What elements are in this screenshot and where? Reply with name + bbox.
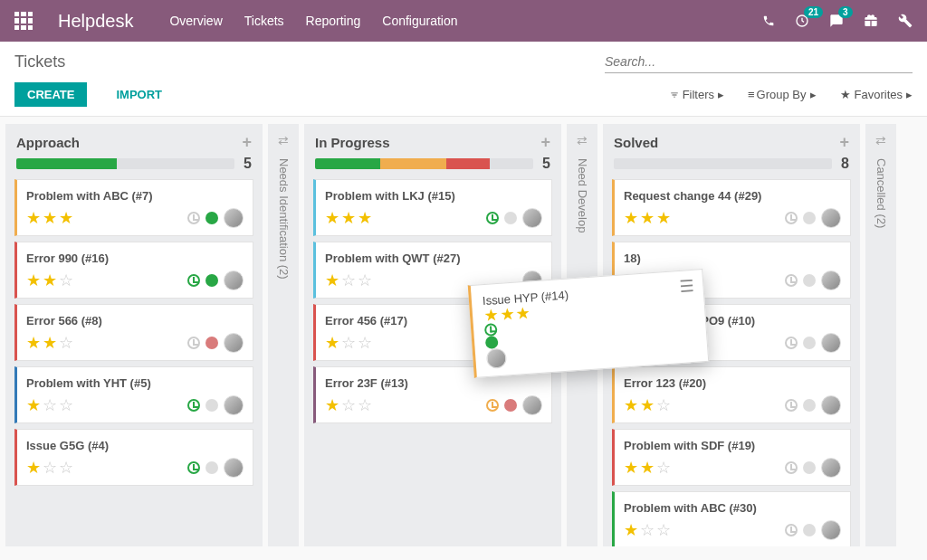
- chat-icon[interactable]: 3: [829, 14, 844, 28]
- kanban-card[interactable]: Error 990 (#16) ★★☆: [14, 242, 253, 299]
- kanban-card[interactable]: Problem with ABC (#30) ★☆☆: [612, 491, 851, 546]
- star-icon[interactable]: ☆: [341, 272, 356, 289]
- apps-icon[interactable]: [14, 12, 33, 30]
- star-icon[interactable]: ★: [624, 397, 638, 413]
- star-icon[interactable]: ★: [640, 460, 655, 476]
- status-dot: [485, 336, 499, 349]
- search-input[interactable]: [605, 54, 913, 69]
- star-icon[interactable]: ★: [656, 210, 671, 226]
- kanban-card[interactable]: Request change 44 (#29) ★★★: [612, 179, 851, 236]
- star-icon[interactable]: ★: [26, 397, 41, 413]
- star-icon[interactable]: ☆: [43, 460, 57, 476]
- star-rating[interactable]: ★★☆: [26, 272, 73, 289]
- clock-icon: [785, 212, 798, 224]
- star-icon[interactable]: ★: [515, 304, 530, 321]
- create-button[interactable]: Create: [14, 82, 87, 107]
- star-icon[interactable]: ☆: [341, 335, 356, 351]
- star-rating[interactable]: ★★☆: [624, 397, 671, 413]
- add-card-button[interactable]: +: [839, 133, 849, 152]
- star-icon[interactable]: ★: [640, 397, 655, 413]
- star-icon[interactable]: ☆: [358, 397, 372, 413]
- star-icon[interactable]: ★: [325, 210, 339, 226]
- clock-icon[interactable]: 21: [795, 14, 809, 28]
- star-rating[interactable]: ★☆☆: [325, 272, 372, 289]
- star-rating[interactable]: ★☆☆: [26, 397, 73, 413]
- star-icon[interactable]: ★: [325, 335, 339, 351]
- star-icon[interactable]: ☆: [656, 460, 671, 476]
- star-icon[interactable]: ★: [325, 272, 339, 289]
- filters-dropdown[interactable]: Filters ▸: [670, 88, 724, 101]
- star-icon[interactable]: ★: [26, 272, 41, 289]
- star-icon[interactable]: ☆: [59, 397, 73, 413]
- tools-icon[interactable]: [898, 14, 913, 28]
- star-rating[interactable]: ★★☆: [26, 335, 73, 351]
- star-rating[interactable]: ★☆☆: [325, 335, 372, 351]
- star-icon[interactable]: ☆: [341, 397, 356, 413]
- star-rating[interactable]: ★★☆: [624, 460, 671, 476]
- status-dot: [205, 399, 218, 412]
- add-card-button[interactable]: +: [242, 133, 252, 152]
- activities-badge: 21: [804, 6, 823, 18]
- star-icon[interactable]: ☆: [43, 397, 57, 413]
- star-icon[interactable]: ★: [341, 210, 356, 226]
- star-rating[interactable]: ★★★: [624, 210, 671, 226]
- star-icon[interactable]: ★: [26, 210, 41, 226]
- nav-reporting[interactable]: Reporting: [306, 14, 361, 28]
- card-title: Error 566 (#8): [26, 314, 244, 327]
- import-button[interactable]: Import: [103, 82, 175, 107]
- clock-icon: [187, 337, 200, 349]
- star-icon[interactable]: ☆: [59, 335, 73, 351]
- messages-badge: 3: [838, 6, 853, 18]
- kanban-card[interactable]: Error 566 (#8) ★★☆: [14, 304, 253, 361]
- star-icon[interactable]: ★: [624, 522, 638, 538]
- gift-icon[interactable]: [864, 14, 878, 28]
- nav-configuration[interactable]: Configuration: [382, 14, 457, 28]
- star-icon[interactable]: ★: [624, 460, 638, 476]
- star-icon[interactable]: ★: [358, 210, 372, 226]
- card-title: Error 23F (#13): [325, 376, 542, 390]
- nav-overview[interactable]: Overview: [169, 14, 222, 28]
- collapsed-column[interactable]: ⇄Needs Identification (2): [268, 124, 299, 546]
- star-rating[interactable]: ★☆☆: [624, 522, 671, 538]
- favorites-dropdown[interactable]: ★ Favorites ▸: [840, 88, 913, 101]
- kanban-card[interactable]: Problem with LKJ (#15) ★★★: [313, 179, 552, 236]
- add-card-button[interactable]: +: [540, 133, 550, 152]
- star-icon[interactable]: ☆: [59, 460, 73, 476]
- star-icon[interactable]: ☆: [59, 272, 73, 289]
- star-rating[interactable]: ★★★: [325, 210, 372, 226]
- star-rating[interactable]: ★☆☆: [26, 460, 73, 476]
- star-icon[interactable]: ☆: [358, 335, 372, 351]
- star-icon[interactable]: ★: [26, 460, 41, 476]
- phone-icon[interactable]: [762, 14, 775, 27]
- star-icon[interactable]: ★: [325, 397, 339, 413]
- star-icon[interactable]: ★: [624, 210, 638, 226]
- star-icon[interactable]: ★: [640, 210, 655, 226]
- groupby-dropdown[interactable]: ≡ Group By ▸: [748, 88, 817, 101]
- star-rating[interactable]: ★☆☆: [325, 397, 372, 413]
- clock-icon: [785, 337, 798, 349]
- card-title: Problem with QWT (#27): [325, 252, 542, 265]
- star-icon[interactable]: ★: [43, 272, 57, 289]
- control-bar: Tickets Create Import Filters ▸ ≡ Group …: [0, 42, 927, 117]
- star-icon[interactable]: ★: [26, 335, 41, 351]
- kanban-card[interactable]: Error 123 (#20) ★★☆: [612, 366, 851, 423]
- dragging-card[interactable]: ☰ Issue HYP (#14) ★★★: [468, 269, 710, 378]
- collapsed-column[interactable]: ⇄Cancelled (2): [865, 124, 896, 546]
- star-icon[interactable]: ★: [43, 210, 57, 226]
- collapsed-label: Cancelled (2): [874, 158, 888, 228]
- search-box[interactable]: [605, 51, 913, 73]
- star-icon[interactable]: ☆: [656, 522, 671, 538]
- star-rating[interactable]: ★★★: [26, 210, 73, 226]
- star-icon[interactable]: ★: [43, 335, 57, 351]
- star-icon[interactable]: ★: [483, 307, 499, 324]
- kanban-card[interactable]: Problem with YHT (#5) ★☆☆: [14, 366, 253, 423]
- star-icon[interactable]: ☆: [656, 397, 671, 413]
- kanban-card[interactable]: Issue G5G (#4) ★☆☆: [14, 429, 253, 486]
- star-icon[interactable]: ☆: [358, 272, 372, 289]
- nav-tickets[interactable]: Tickets: [244, 14, 284, 28]
- star-icon[interactable]: ★: [59, 210, 73, 226]
- kanban-card[interactable]: Problem with SDF (#19) ★★☆: [612, 429, 851, 486]
- star-icon[interactable]: ☆: [640, 522, 655, 538]
- star-icon[interactable]: ★: [499, 306, 514, 323]
- kanban-card[interactable]: Problem with ABC (#7) ★★★: [14, 179, 253, 236]
